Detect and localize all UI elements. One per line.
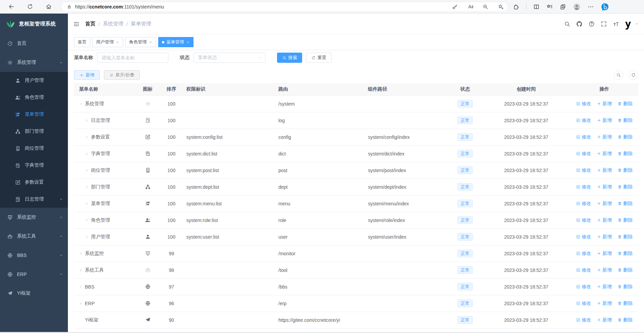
row-action-add-link[interactable]: 新增 (597, 284, 612, 290)
row-action-delete-link[interactable]: 删除 (618, 251, 633, 257)
tab-角色管理[interactable]: 角色管理 (125, 37, 156, 47)
sidebar-item-dept[interactable]: 部门管理 (0, 123, 68, 140)
search-button[interactable] (564, 21, 570, 27)
chevron-right-icon[interactable] (79, 268, 83, 272)
sidebar-item-role[interactable]: 角色管理 (0, 89, 68, 106)
sidebar-item-dict[interactable]: 字典管理 (0, 157, 68, 174)
chevron-down-icon[interactable] (79, 102, 83, 106)
row-action-delete-link[interactable]: 删除 (618, 234, 633, 240)
row-action-edit-link[interactable]: 修改 (576, 234, 591, 240)
chevron-right-icon[interactable] (85, 185, 89, 189)
expand-collapse-button[interactable]: 展开/折叠 (104, 70, 140, 80)
chevron-right-icon[interactable] (85, 235, 89, 239)
chevron-right-icon[interactable] (85, 118, 89, 123)
app-logo[interactable]: 意框架管理系统 (0, 14, 68, 34)
github-button[interactable] (576, 21, 583, 27)
row-action-add-link[interactable]: 新增 (597, 267, 612, 273)
row-action-edit-link[interactable]: 修改 (576, 184, 591, 190)
row-action-edit-link[interactable]: 修改 (576, 300, 591, 307)
chevron-right-icon[interactable] (79, 252, 83, 256)
row-action-edit-link[interactable]: 修改 (576, 101, 591, 107)
row-action-add-link[interactable]: 新增 (597, 184, 612, 190)
favorite-add-button[interactable] (498, 4, 504, 10)
status-select[interactable]: 菜单状态 (194, 53, 265, 63)
row-action-add-link[interactable]: 新增 (597, 201, 612, 207)
row-action-delete-link[interactable]: 删除 (618, 184, 633, 190)
sidebar-item-post[interactable]: 岗位管理 (0, 140, 68, 157)
chevron-right-icon[interactable] (85, 202, 89, 206)
sidebar-item-monitor[interactable]: 系统监控 (0, 208, 68, 227)
url-text[interactable]: https://ccnetcore.com:1101/system/menu (75, 4, 452, 10)
reset-button[interactable]: 重置 (306, 53, 332, 63)
row-action-add-link[interactable]: 新增 (597, 234, 612, 240)
sidebar-item-bbs[interactable]: BBS (0, 246, 68, 265)
row-action-add-link[interactable]: 新增 (597, 134, 612, 140)
chevron-right-icon[interactable] (85, 135, 89, 139)
tab-用户管理[interactable]: 用户管理 (92, 37, 123, 47)
split-screen-button[interactable] (533, 3, 540, 10)
row-action-add-link[interactable]: 新增 (597, 251, 612, 257)
row-action-delete-link[interactable]: 删除 (618, 101, 633, 107)
row-action-edit-link[interactable]: 修改 (576, 317, 591, 323)
profile-avatar-button[interactable] (573, 3, 581, 11)
row-action-edit-link[interactable]: 修改 (576, 217, 591, 223)
row-action-edit-link[interactable]: 修改 (576, 284, 591, 290)
row-action-delete-link[interactable]: 删除 (618, 284, 633, 290)
row-action-delete-link[interactable]: 删除 (618, 167, 633, 173)
row-action-add-link[interactable]: 新增 (597, 167, 612, 173)
more-button[interactable] (587, 3, 594, 10)
address-bar[interactable]: https://ccnetcore.com:1101/system/menu (61, 2, 508, 12)
row-action-edit-link[interactable]: 修改 (576, 201, 591, 207)
row-action-delete-link[interactable]: 删除 (618, 201, 633, 207)
tab-首页[interactable]: 首页 (74, 37, 90, 47)
question-button[interactable] (588, 21, 595, 27)
chevron-right-icon[interactable] (85, 152, 89, 156)
row-action-add-link[interactable]: 新增 (597, 101, 612, 107)
row-action-delete-link[interactable]: 删除 (618, 267, 633, 273)
row-action-add-link[interactable]: 新增 (597, 117, 612, 124)
row-action-add-link[interactable]: 新增 (597, 300, 612, 307)
chevron-right-icon[interactable] (79, 301, 83, 306)
sidebar-collapse-icon[interactable] (73, 21, 80, 27)
row-action-delete-link[interactable]: 删除 (618, 134, 633, 140)
chevron-right-icon[interactable] (85, 168, 89, 172)
row-action-delete-link[interactable]: 删除 (618, 217, 633, 223)
favorites-bar-button[interactable] (546, 3, 553, 10)
refresh-button[interactable] (27, 3, 33, 10)
sidebar-item-user[interactable]: 用户管理 (0, 72, 68, 89)
search-circle-button[interactable] (614, 70, 623, 80)
user-avatar[interactable]: y (623, 19, 633, 30)
sidebar-item-yi[interactable]: Yi框架 (0, 284, 68, 303)
bing-button[interactable] (601, 2, 609, 11)
row-action-delete-link[interactable]: 删除 (618, 117, 633, 124)
text-size-button[interactable] (613, 21, 619, 27)
row-action-delete-link[interactable]: 删除 (618, 317, 633, 323)
row-action-delete-link[interactable]: 删除 (618, 300, 633, 307)
row-action-edit-link[interactable]: 修改 (576, 167, 591, 173)
chevron-right-icon[interactable] (85, 218, 89, 222)
row-action-edit-link[interactable]: 修改 (576, 251, 591, 257)
sidebar-item-erp[interactable]: ERP (0, 265, 68, 284)
row-action-delete-link[interactable]: 删除 (618, 151, 633, 157)
read-aloud-button[interactable] (467, 4, 473, 10)
add-button[interactable]: 新增 (74, 70, 100, 80)
sidebar-item-home[interactable]: 首页 (0, 34, 68, 53)
chevron-right-icon[interactable] (79, 285, 83, 289)
extensions-button[interactable] (513, 3, 520, 10)
row-action-edit-link[interactable]: 修改 (576, 151, 591, 157)
home-button[interactable] (45, 3, 52, 10)
sidebar-item-log[interactable]: 日志管理 (0, 191, 68, 208)
sidebar-item-system[interactable]: 系统管理 (0, 53, 68, 72)
user-menu-caret-icon[interactable] (635, 22, 639, 26)
menu-name-input[interactable] (97, 53, 168, 63)
sidebar-item-config[interactable]: 参数设置 (0, 174, 68, 191)
sidebar-item-tool[interactable]: 系统工具 (0, 227, 68, 246)
breadcrumb-item[interactable]: 首页 (85, 21, 95, 27)
row-action-add-link[interactable]: 新增 (597, 151, 612, 157)
fullscreen-button[interactable] (601, 21, 607, 27)
row-action-add-link[interactable]: 新增 (597, 317, 612, 323)
key-button[interactable] (452, 4, 458, 10)
tab-菜单管理[interactable]: 菜单管理 (158, 37, 194, 47)
refresh-circle-button[interactable] (629, 70, 638, 80)
row-action-edit-link[interactable]: 修改 (576, 134, 591, 140)
